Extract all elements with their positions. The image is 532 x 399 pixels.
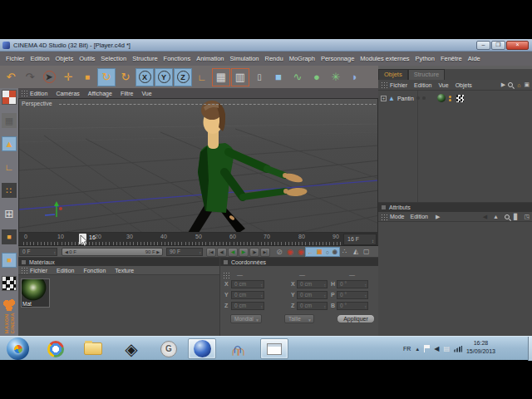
deformer-icon[interactable]: ◗	[346, 68, 364, 86]
menu-objets[interactable]: Objets	[55, 55, 73, 62]
next-key-button[interactable]: |▶	[249, 248, 259, 257]
menu-simulation[interactable]: Simulation	[230, 55, 259, 62]
vp-menu-vue[interactable]: Vue	[141, 91, 151, 96]
add-primitive-icon[interactable]: ●	[308, 68, 326, 86]
model-mode-icon[interactable]: ▲	[2, 136, 17, 151]
menu-fenetre[interactable]: Fenêtre	[441, 55, 462, 62]
attr-popup-icon[interactable]: ◳	[524, 214, 530, 220]
rot-h-field[interactable]: 0 °↕	[337, 280, 368, 288]
menu-animation[interactable]: Animation	[196, 55, 224, 62]
tray-flag-icon[interactable]	[424, 345, 430, 352]
menu-fonctions[interactable]: Fonctions	[164, 55, 191, 62]
coord-size-dropdown[interactable]: Taille▼	[284, 314, 314, 323]
menu-rendu[interactable]: Rendu	[265, 55, 283, 62]
size-y-field[interactable]: 0 cm↕	[297, 291, 328, 299]
vp-menu-cameras[interactable]: Caméras	[56, 91, 79, 96]
materials-header[interactable]: Matériaux	[18, 258, 219, 266]
object-texture-tag-icon[interactable]	[456, 95, 464, 102]
goto-start-button[interactable]: |◀	[206, 248, 216, 257]
vp-menu-affichage[interactable]: Affichage	[88, 91, 112, 96]
prev-key-button[interactable]: ◀|	[217, 248, 227, 257]
current-frame-field[interactable]: 16 F↕	[343, 234, 377, 245]
tray-window-icon[interactable]: ▤	[443, 345, 450, 352]
attr-search-icon[interactable]	[505, 214, 510, 219]
om-menu-edition[interactable]: Edition	[414, 82, 431, 88]
edit-render-icon[interactable]: ▯	[250, 68, 268, 86]
om-filter-icon[interactable]: ▣	[524, 81, 530, 88]
redo-icon[interactable]: ↷	[21, 68, 39, 86]
om-menu-grip[interactable]	[381, 81, 387, 88]
taskbar-explorer-icon[interactable]	[83, 339, 103, 358]
tab-objets[interactable]: Objets	[378, 69, 408, 80]
rot-b-field[interactable]: 0 °↕	[337, 302, 368, 310]
attr-mode-label[interactable]: Mode	[390, 214, 405, 219]
col1-header[interactable]: —	[237, 272, 243, 278]
keyframe-options[interactable]: ←▣○◉	[305, 247, 340, 257]
om-menu-fichier[interactable]: Fichier	[390, 82, 407, 88]
add-cube-icon[interactable]: ■	[269, 68, 288, 86]
materials-menu-grip[interactable]	[21, 267, 27, 273]
attributes-header[interactable]: Attributs	[378, 203, 532, 212]
live-selection-icon[interactable]: ➤	[40, 68, 58, 86]
pos-x-field[interactable]: 0 cm↕	[231, 280, 264, 288]
maximize-button[interactable]: ❐	[491, 41, 505, 50]
mat-menu-fichier[interactable]: Fichier	[30, 268, 47, 273]
tray-network-icon[interactable]	[454, 346, 462, 352]
om-menu-objets[interactable]: Objets	[456, 82, 472, 88]
menu-aide[interactable]: Aide	[468, 55, 480, 62]
col2-header[interactable]: —	[299, 272, 305, 278]
visibility-dot-editor[interactable]	[416, 96, 420, 100]
object-tags-icon[interactable]	[449, 96, 451, 101]
vp-menu-edition[interactable]: Edition	[30, 91, 47, 96]
fcurve-icon[interactable]: ◭	[353, 248, 358, 255]
make-editable-icon[interactable]	[2, 90, 17, 105]
pos-y-field[interactable]: 0 cm↕	[231, 291, 264, 299]
menu-fichier[interactable]: Fichier	[6, 55, 25, 62]
layout-icon[interactable]: ▢	[363, 248, 370, 255]
play-button[interactable]: ▶	[239, 248, 249, 257]
mat-menu-edition[interactable]: Edition	[57, 268, 74, 273]
col3-header[interactable]: —	[349, 272, 355, 278]
attr-menu-grip[interactable]	[381, 214, 387, 220]
attr-more-icon[interactable]: ▶	[436, 214, 440, 220]
sound-button[interactable]: ⊘	[274, 248, 284, 257]
title-bar[interactable]: CINEMA 4D Studio (32 Bit) - [Player.c4d …	[0, 39, 532, 52]
scale-icon[interactable]: ■	[78, 68, 96, 86]
attr-mode-value[interactable]: Edition	[411, 214, 428, 219]
lock-y-icon[interactable]: Y	[155, 68, 173, 86]
coordinates-header[interactable]: Coordonnées	[220, 258, 378, 266]
lock-x-icon[interactable]: X	[135, 68, 154, 86]
menu-python[interactable]: Python	[416, 55, 435, 62]
menu-outils[interactable]: Outils	[79, 55, 95, 62]
convert-icon[interactable]: ▦	[2, 113, 17, 128]
end-frame-field[interactable]: 90 F↕	[166, 248, 203, 256]
record-button[interactable]: ◉	[285, 248, 295, 257]
texture-mode-icon[interactable]: ■	[2, 253, 17, 268]
om-menu-more-icon[interactable]: ▶	[501, 81, 505, 88]
viewport-label[interactable]: Perspective	[22, 101, 52, 106]
om-search-icon[interactable]	[508, 82, 513, 87]
rotate-icon[interactable]: ↻	[116, 68, 135, 86]
edges-mode-icon[interactable]: ⊞	[2, 206, 17, 221]
material-thumbnail[interactable]: Mat	[21, 278, 50, 308]
pos-z-field[interactable]: 0 cm↕	[231, 302, 264, 310]
object-row-pantin[interactable]: + ▲ Pantin	[378, 93, 532, 103]
taskbar-active-app-icon[interactable]	[188, 338, 216, 359]
taskbar-chrome-icon[interactable]	[46, 339, 66, 358]
close-button[interactable]: ×	[506, 41, 529, 50]
menu-personnage[interactable]: Personnage	[321, 55, 354, 62]
move-icon[interactable]: ✛	[59, 68, 77, 86]
object-material-icon[interactable]	[437, 94, 446, 102]
size-x-field[interactable]: 0 cm↕	[297, 280, 328, 288]
undo-icon[interactable]: ↶	[2, 68, 20, 86]
taskbar-clock[interactable]: 16:28 15/09/2013	[466, 339, 495, 356]
taskbar-audacity-icon[interactable]: ∩	[228, 339, 248, 358]
coordinate-system-icon[interactable]: ∟	[193, 68, 211, 86]
menu-edition[interactable]: Edition	[31, 55, 50, 62]
coord-system-dropdown[interactable]: Mondial▼	[230, 314, 262, 323]
taskbar-gom-icon[interactable]: G	[159, 339, 179, 358]
object-axis-icon[interactable]: ∟	[2, 160, 17, 175]
mat-menu-fonction[interactable]: Fonction	[83, 268, 106, 273]
taskbar-unity-icon[interactable]: ◈	[121, 339, 141, 358]
attr-back-icon[interactable]: ◀	[483, 214, 487, 220]
